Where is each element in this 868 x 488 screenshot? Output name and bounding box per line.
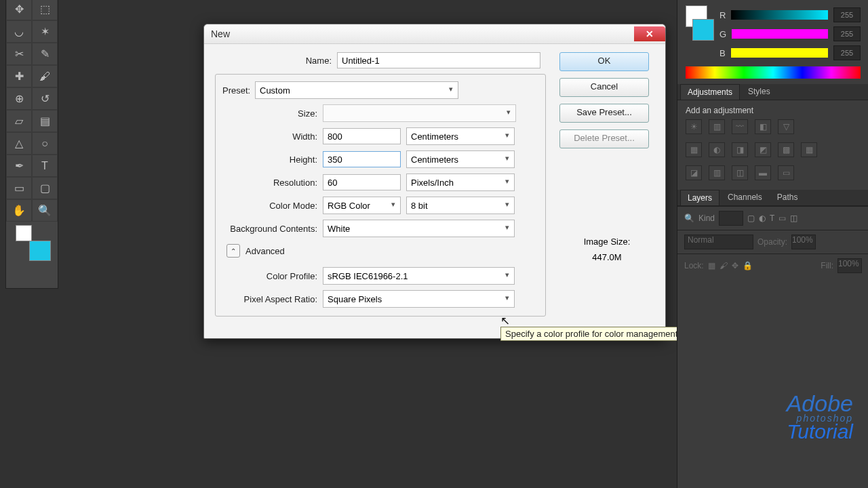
- brush-tool[interactable]: 🖌: [32, 65, 58, 87]
- bg-contents-label: Background Contents:: [222, 224, 323, 234]
- g-value[interactable]: 255: [833, 26, 861, 41]
- close-button[interactable]: ✕: [634, 26, 665, 41]
- tab-adjustments[interactable]: Adjustments: [680, 84, 740, 100]
- b-slider[interactable]: [731, 48, 828, 58]
- color-bg-swatch[interactable]: [692, 19, 714, 41]
- tab-paths[interactable]: Paths: [770, 190, 805, 205]
- color-spectrum[interactable]: [686, 66, 861, 79]
- filter-icon[interactable]: 🔍: [684, 214, 694, 223]
- brightness-icon[interactable]: ☀: [686, 119, 702, 134]
- delete-preset-button[interactable]: Delete Preset...: [559, 129, 649, 148]
- image-size-value: 447.0M: [559, 252, 654, 262]
- filter-adjust-icon[interactable]: ◐: [759, 214, 766, 223]
- photo-filter-icon[interactable]: ◩: [755, 142, 771, 157]
- lookup-icon[interactable]: ▦: [801, 142, 817, 157]
- threshold-icon[interactable]: ◫: [732, 165, 748, 180]
- width-label: Width:: [222, 131, 323, 142]
- document-settings-group: Preset: Custom Size: Width: Centimeters …: [215, 74, 546, 317]
- type-tool[interactable]: T: [32, 155, 58, 177]
- blur-tool[interactable]: △: [6, 132, 32, 155]
- stamp-tool[interactable]: ⊕: [6, 87, 32, 110]
- bw-icon[interactable]: ◨: [732, 142, 748, 157]
- filter-smart-icon[interactable]: ◫: [790, 214, 797, 223]
- blend-mode-select[interactable]: Normal: [684, 235, 753, 249]
- vibrance-icon[interactable]: ▽: [778, 119, 794, 134]
- curves-icon[interactable]: 〰: [732, 119, 748, 134]
- ok-button[interactable]: OK: [559, 52, 649, 71]
- marquee-tool[interactable]: ⬚: [32, 0, 58, 20]
- crop-tool[interactable]: ✂: [6, 43, 32, 65]
- dialog-title: New: [211, 28, 230, 39]
- r-value[interactable]: 255: [833, 7, 861, 22]
- background-swatch[interactable]: [29, 241, 51, 261]
- exposure-icon[interactable]: ◧: [755, 119, 771, 134]
- size-select: [323, 104, 516, 122]
- advanced-toggle[interactable]: ⌃ Advanced: [226, 244, 538, 258]
- lock-label: Lock:: [684, 261, 704, 270]
- b-value[interactable]: 255: [833, 45, 861, 60]
- color-depth-select[interactable]: 8 bit: [406, 197, 515, 214]
- opacity-input[interactable]: 100%: [791, 235, 816, 249]
- color-profile-select[interactable]: sRGB IEC61966-2.1: [323, 267, 515, 285]
- width-unit-select[interactable]: Centimeters: [406, 127, 515, 145]
- resolution-unit-select[interactable]: Pixels/Inch: [406, 174, 515, 191]
- lock-paint-icon[interactable]: 🖌: [719, 261, 728, 270]
- new-document-dialog: New ✕ Name: Preset: Custom Size: Width:: [203, 24, 666, 339]
- hand-tool[interactable]: ✋: [6, 199, 32, 222]
- shape-tool[interactable]: ▢: [32, 177, 58, 199]
- move-tool[interactable]: ✥: [6, 0, 32, 20]
- chevron-up-icon: ⌃: [226, 244, 240, 258]
- lock-position-icon[interactable]: ✥: [732, 261, 738, 270]
- layers-tabs: Layers Channels Paths: [677, 190, 868, 206]
- b-label: B: [719, 48, 726, 58]
- resolution-label: Resolution:: [222, 178, 323, 188]
- color-balance-icon[interactable]: ◐: [709, 142, 725, 157]
- dodge-tool[interactable]: ○: [32, 132, 58, 155]
- path-select-tool[interactable]: ▭: [6, 177, 32, 199]
- save-preset-button[interactable]: Save Preset...: [559, 104, 649, 123]
- fill-input[interactable]: 100%: [837, 258, 862, 273]
- bg-contents-select[interactable]: White: [323, 220, 515, 237]
- posterize-icon[interactable]: ▥: [709, 165, 725, 180]
- color-mode-select[interactable]: RGB Color: [323, 197, 401, 214]
- preset-select[interactable]: Custom: [255, 81, 458, 99]
- resolution-input[interactable]: [323, 174, 401, 190]
- tab-layers[interactable]: Layers: [680, 190, 719, 205]
- lasso-tool[interactable]: ◡: [6, 20, 32, 43]
- foreground-swatch[interactable]: [16, 225, 32, 241]
- lock-transparent-icon[interactable]: ▦: [708, 261, 715, 270]
- healing-tool[interactable]: ✚: [6, 65, 32, 87]
- name-input[interactable]: [337, 52, 540, 68]
- filter-shape-icon[interactable]: ▭: [778, 214, 786, 223]
- lock-all-icon[interactable]: 🔒: [743, 261, 753, 270]
- gradient-map-icon[interactable]: ▬: [755, 165, 771, 180]
- kind-select[interactable]: [719, 211, 743, 226]
- selective-color-icon[interactable]: ▭: [778, 165, 794, 180]
- g-label: G: [719, 29, 726, 39]
- zoom-tool[interactable]: 🔍: [32, 199, 58, 222]
- cancel-button[interactable]: Cancel: [559, 78, 649, 97]
- r-slider[interactable]: [731, 10, 828, 20]
- tab-channels[interactable]: Channels: [721, 190, 769, 205]
- filter-pixel-icon[interactable]: ▢: [747, 214, 755, 223]
- height-input[interactable]: [323, 151, 401, 167]
- gradient-tool[interactable]: ▤: [32, 110, 58, 132]
- channel-mixer-icon[interactable]: ▩: [778, 142, 794, 157]
- height-label: Height:: [222, 155, 323, 165]
- filter-type-icon[interactable]: T: [770, 214, 774, 223]
- pen-tool[interactable]: ✒: [6, 155, 32, 177]
- width-input[interactable]: [323, 128, 401, 144]
- history-brush-tool[interactable]: ↺: [32, 87, 58, 110]
- dialog-titlebar[interactable]: New ✕: [204, 24, 665, 44]
- quick-select-tool[interactable]: ✶: [32, 20, 58, 43]
- eraser-tool[interactable]: ▱: [6, 110, 32, 132]
- invert-icon[interactable]: ◪: [686, 165, 702, 180]
- g-slider[interactable]: [732, 29, 828, 39]
- eyedropper-tool[interactable]: ✎: [32, 43, 58, 65]
- height-unit-select[interactable]: Centimeters: [406, 150, 515, 168]
- pixel-ar-select[interactable]: Square Pixels: [323, 290, 515, 308]
- tab-styles[interactable]: Styles: [741, 84, 777, 100]
- levels-icon[interactable]: ▥: [709, 119, 725, 134]
- hue-icon[interactable]: ▦: [686, 142, 702, 157]
- adjustment-row-2: ▦◐◨◩▩▦: [686, 138, 861, 161]
